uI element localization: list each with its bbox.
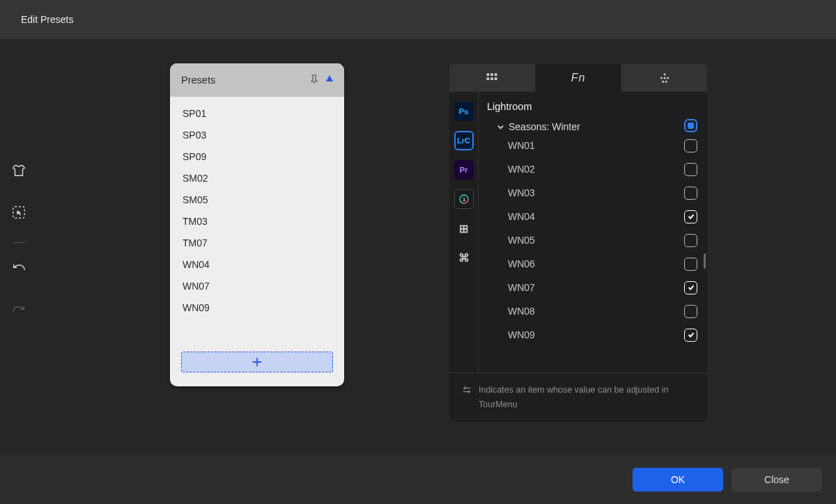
chevron-down-icon — [497, 123, 504, 131]
plus-icon — [252, 357, 262, 367]
tree-item-label: WN03 — [508, 187, 535, 198]
tree-item-label: WN08 — [508, 306, 535, 317]
tree-item[interactable]: WN02 — [508, 162, 697, 176]
preset-tree-list: WN01WN02WN03WN04WN05WN06WN07WN08WN09 — [479, 139, 707, 342]
presets-panel: Presets SP01SP03SP09SM02SM05TM03TM07WN04… — [170, 63, 344, 386]
undo-icon[interactable] — [11, 262, 26, 281]
app-cmd-icon[interactable]: ⌘ — [454, 248, 474, 267]
pin-icon[interactable] — [309, 74, 319, 86]
app-windows-icon[interactable]: ⊞ — [454, 219, 474, 238]
list-item[interactable]: WN07 — [183, 281, 332, 292]
svg-point-7 — [663, 73, 665, 75]
tool-rail — [0, 39, 38, 455]
svg-rect-2 — [490, 73, 493, 76]
tree-item-label: WN05 — [508, 235, 535, 246]
app-premiere-icon[interactable]: Pr — [454, 160, 474, 180]
svg-text:1: 1 — [463, 197, 465, 202]
list-item[interactable]: WN09 — [183, 302, 332, 313]
tree-item-checkbox[interactable] — [684, 281, 697, 294]
sliders-icon — [462, 385, 472, 395]
tree-item[interactable]: WN04 — [508, 210, 697, 223]
list-item[interactable]: TM07 — [183, 237, 332, 249]
title-text: Edit Presets — [21, 14, 73, 25]
tree-item-label: WN04 — [508, 211, 535, 222]
svg-rect-4 — [487, 77, 490, 80]
tree-item-label: WN01 — [508, 140, 535, 151]
tab-fn[interactable]: Fn — [536, 64, 622, 92]
tree-item-label: WN07 — [508, 282, 535, 293]
redo-icon — [11, 304, 26, 322]
svg-point-11 — [662, 81, 664, 83]
list-item[interactable]: SM05 — [183, 194, 332, 205]
arrow-up-icon[interactable] — [325, 74, 334, 86]
svg-rect-6 — [495, 77, 497, 80]
list-item[interactable]: SP09 — [183, 151, 332, 162]
titlebar: Edit Presets — [0, 0, 836, 39]
group-seasons-winter[interactable]: Seasons: Winter — [479, 118, 707, 136]
workspace: Presets SP01SP03SP09SM02SM05TM03TM07WN04… — [0, 39, 836, 455]
svg-rect-5 — [490, 77, 493, 80]
tree-item[interactable]: WN09 — [508, 328, 697, 342]
svg-rect-1 — [487, 73, 490, 76]
tree-item[interactable]: WN08 — [508, 304, 697, 318]
hint-text: Indicates an item whose value can be adj… — [479, 383, 695, 413]
tree-item[interactable]: WN05 — [508, 233, 697, 247]
app-lightroom-classic-icon[interactable]: LrC — [454, 131, 474, 150]
fn-label: Fn — [571, 72, 586, 84]
scroll-indicator[interactable] — [704, 253, 706, 269]
tree-item-label: WN02 — [508, 164, 535, 175]
group-label: Seasons: Winter — [509, 121, 580, 132]
dots-icon — [658, 72, 671, 84]
lightroom-title: Lightroom — [479, 92, 707, 118]
tree-item[interactable]: WN01 — [508, 139, 697, 152]
right-panel-body: Ps LrC Pr 1 ⊞ ⌘ Lightroom Seasons: Winte… — [449, 92, 707, 372]
ok-button[interactable]: OK — [633, 468, 723, 491]
list-item[interactable]: TM03 — [183, 216, 332, 227]
svg-point-8 — [660, 77, 663, 79]
group-mixed-checkbox[interactable] — [684, 119, 697, 132]
app-photoshop-icon[interactable]: Ps — [454, 102, 474, 121]
tree-item-checkbox[interactable] — [684, 187, 697, 200]
svg-point-10 — [663, 77, 665, 79]
presets-header: Presets — [170, 63, 344, 97]
svg-point-9 — [667, 77, 669, 79]
list-item[interactable]: SM02 — [183, 173, 332, 184]
tree-item-label: WN06 — [508, 258, 535, 269]
tree-item-checkbox[interactable] — [684, 234, 697, 247]
hint-row: Indicates an item whose value can be adj… — [449, 372, 707, 423]
grid-icon — [486, 72, 498, 84]
tree-item-checkbox[interactable] — [684, 258, 697, 271]
svg-point-12 — [665, 81, 667, 83]
tree-item-checkbox[interactable] — [684, 139, 697, 152]
list-item[interactable]: WN04 — [183, 259, 332, 270]
right-panel: Fn Ps LrC Pr 1 ⊞ ⌘ Lightroom Seasons: Wi — [449, 64, 707, 422]
tree-item-checkbox[interactable] — [684, 210, 697, 223]
app-captureone-icon[interactable]: 1 — [454, 189, 474, 209]
right-content: Lightroom Seasons: Winter WN01WN02WN03WN… — [479, 92, 707, 372]
tool-separator — [13, 242, 25, 243]
add-preset-button[interactable] — [181, 352, 333, 372]
selection-tool-icon[interactable] — [11, 205, 26, 223]
tree-item-checkbox[interactable] — [684, 305, 697, 318]
presets-list: SP01SP03SP09SM02SM05TM03TM07WN04WN07WN09 — [170, 97, 344, 313]
svg-rect-3 — [495, 73, 497, 76]
tshirt-tool-icon[interactable] — [11, 163, 26, 181]
tab-grid[interactable] — [449, 64, 536, 92]
right-panel-tabs: Fn — [449, 64, 707, 92]
tree-item[interactable]: WN07 — [508, 281, 697, 294]
tree-item[interactable]: WN03 — [508, 186, 697, 200]
list-item[interactable]: SP01 — [183, 108, 332, 119]
dialog-footer: OK Close — [0, 455, 836, 504]
tree-item-label: WN09 — [508, 329, 535, 340]
tree-item-checkbox[interactable] — [684, 329, 697, 342]
close-button[interactable]: Close — [732, 468, 822, 491]
tree-item-checkbox[interactable] — [684, 163, 697, 176]
app-rail: Ps LrC Pr 1 ⊞ ⌘ — [449, 92, 479, 372]
presets-title: Presets — [181, 74, 215, 86]
list-item[interactable]: SP03 — [183, 129, 332, 141]
tree-item[interactable]: WN06 — [508, 257, 697, 271]
tab-dots[interactable] — [621, 64, 707, 92]
